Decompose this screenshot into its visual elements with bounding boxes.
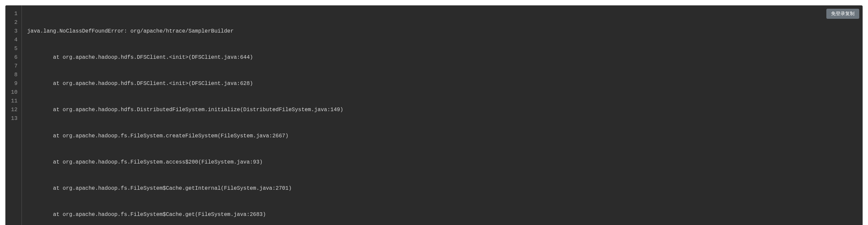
line-numbers-gutter: 1 2 3 4 5 6 7 8 9 10 11 12 13: [5, 5, 22, 225]
line-number: 11: [11, 97, 18, 105]
code-line: at org.apache.hadoop.fs.FileSystem.creat…: [27, 132, 857, 140]
code-line: at org.apache.hadoop.hdfs.DFSClient.<ini…: [27, 53, 857, 62]
copy-button[interactable]: 免登录复制: [826, 9, 859, 19]
code-line: at org.apache.hadoop.hdfs.DistributedFil…: [27, 105, 857, 114]
line-number: 2: [11, 18, 18, 27]
line-number: 13: [11, 114, 18, 123]
code-lines[interactable]: java.lang.NoClassDefFoundError: org/apac…: [22, 5, 863, 225]
code-line: at org.apache.hadoop.fs.FileSystem$Cache…: [27, 210, 857, 219]
line-number: 7: [11, 62, 18, 70]
code-content: 1 2 3 4 5 6 7 8 9 10 11 12 13 java.lang.…: [5, 5, 863, 225]
code-line: at org.apache.hadoop.fs.FileSystem.acces…: [27, 158, 857, 167]
line-number: 10: [11, 88, 18, 97]
line-number: 1: [11, 9, 18, 18]
line-number: 9: [11, 79, 18, 88]
line-number: 3: [11, 27, 18, 36]
code-line: at org.apache.hadoop.fs.FileSystem$Cache…: [27, 184, 857, 193]
code-line: java.lang.NoClassDefFoundError: org/apac…: [27, 27, 857, 36]
line-number: 12: [11, 105, 18, 114]
line-number: 5: [11, 44, 18, 53]
line-number: 6: [11, 53, 18, 62]
code-block: 免登录复制 1 2 3 4 5 6 7 8 9 10 11 12 13 java…: [5, 5, 863, 225]
code-line: at org.apache.hadoop.hdfs.DFSClient.<ini…: [27, 79, 857, 88]
line-number: 4: [11, 36, 18, 44]
line-number: 8: [11, 70, 18, 79]
